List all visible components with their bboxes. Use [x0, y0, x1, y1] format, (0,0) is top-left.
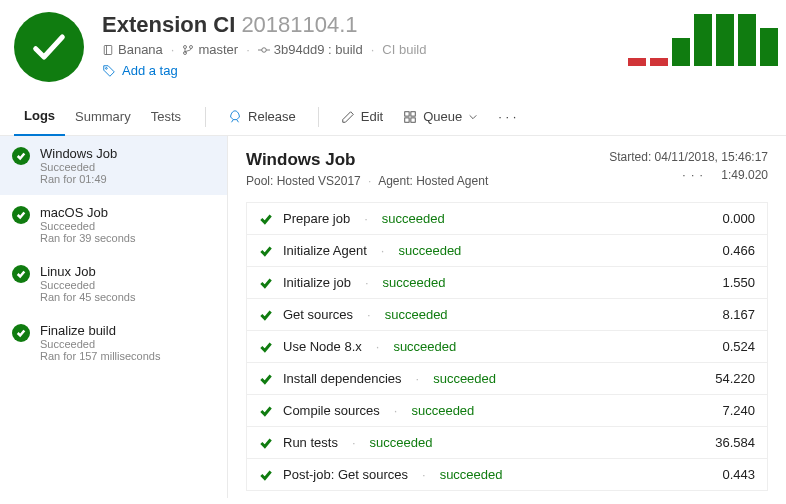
step-name: Run tests — [283, 435, 338, 450]
job-duration: Ran for 39 seconds — [40, 232, 135, 244]
job-detail-pane: Windows Job Pool: Hosted VS2017 · Agent:… — [228, 136, 786, 498]
step-status: succeeded — [440, 467, 503, 482]
commit-hash[interactable]: 3b94dd9 : build — [274, 42, 363, 57]
step-status: succeeded — [383, 275, 446, 290]
step-name: Prepare job — [283, 211, 350, 226]
trend-bar[interactable] — [760, 28, 778, 66]
job-row[interactable]: Linux JobSucceededRan for 45 seconds — [0, 254, 227, 313]
job-name: Windows Job — [40, 146, 117, 161]
branch-icon — [182, 44, 194, 56]
job-row[interactable]: Finalize buildSucceededRan for 157 milli… — [0, 313, 227, 372]
release-button[interactable]: Release — [220, 103, 304, 131]
step-status: succeeded — [385, 307, 448, 322]
trend-bar[interactable] — [628, 58, 646, 66]
tag-icon — [102, 64, 116, 78]
step-duration: 0.524 — [722, 339, 755, 354]
ellipsis-icon: · · · — [498, 109, 516, 124]
started-value: 04/11/2018, 15:46:17 — [655, 150, 768, 164]
pool-value[interactable]: Hosted VS2017 — [277, 174, 361, 188]
tab-tests[interactable]: Tests — [141, 98, 191, 136]
job-name: Linux Job — [40, 264, 135, 279]
tab-summary[interactable]: Summary — [65, 98, 141, 136]
edit-label: Edit — [361, 109, 383, 124]
job-status: Succeeded — [40, 220, 135, 232]
job-name: Finalize build — [40, 323, 160, 338]
step-row[interactable]: Install dependencies·succeeded54.220 — [247, 363, 767, 395]
repo-name[interactable]: Banana — [118, 42, 163, 57]
trend-bar[interactable] — [650, 58, 668, 66]
svg-rect-0 — [104, 45, 112, 54]
job-duration: Ran for 01:49 — [40, 173, 117, 185]
check-icon — [259, 340, 273, 354]
check-icon — [259, 468, 273, 482]
success-icon — [12, 147, 30, 165]
step-duration: 36.584 — [715, 435, 755, 450]
step-status: succeeded — [382, 211, 445, 226]
step-row[interactable]: Run tests·succeeded36.584 — [247, 427, 767, 459]
step-row[interactable]: Prepare job·succeeded0.000 — [247, 203, 767, 235]
step-duration: 0.466 — [722, 243, 755, 258]
job-title: Windows Job — [246, 150, 488, 170]
jobs-sidebar: Windows JobSucceededRan for 01:49macOS J… — [0, 136, 228, 498]
trend-bar[interactable] — [738, 14, 756, 66]
check-icon — [259, 212, 273, 226]
job-meta: Pool: Hosted VS2017 · Agent: Hosted Agen… — [246, 174, 488, 188]
svg-rect-11 — [405, 117, 409, 121]
toolbar-separator — [318, 107, 319, 127]
more-actions-button[interactable]: · · · — [490, 103, 524, 131]
check-icon — [259, 436, 273, 450]
tab-bar: LogsSummaryTests — [14, 98, 191, 136]
check-icon — [259, 308, 273, 322]
svg-point-4 — [190, 45, 193, 48]
build-reason: CI build — [382, 42, 426, 57]
svg-rect-9 — [405, 111, 409, 115]
trend-bar[interactable] — [694, 14, 712, 66]
tab-logs[interactable]: Logs — [14, 98, 65, 136]
pencil-icon — [341, 110, 355, 124]
svg-rect-12 — [411, 117, 415, 121]
check-icon — [259, 372, 273, 386]
svg-point-5 — [262, 47, 267, 52]
job-more-button[interactable]: · · · — [682, 168, 718, 182]
job-duration: Ran for 45 seconds — [40, 291, 135, 303]
started-label: Started: — [609, 150, 651, 164]
step-row[interactable]: Compile sources·succeeded7.240 — [247, 395, 767, 427]
step-name: Compile sources — [283, 403, 380, 418]
job-status: Succeeded — [40, 279, 135, 291]
trend-chart — [628, 8, 778, 66]
trend-bar[interactable] — [716, 14, 734, 66]
queue-label: Queue — [423, 109, 462, 124]
queue-button[interactable]: Queue — [395, 103, 486, 131]
job-row[interactable]: macOS JobSucceededRan for 39 seconds — [0, 195, 227, 254]
step-row[interactable]: Use Node 8.x·succeeded0.524 — [247, 331, 767, 363]
step-row[interactable]: Get sources·succeeded8.167 — [247, 299, 767, 331]
definition-name: Extension CI — [102, 12, 235, 37]
step-status: succeeded — [370, 435, 433, 450]
agent-value[interactable]: Hosted Agent — [416, 174, 488, 188]
job-duration: Ran for 157 milliseconds — [40, 350, 160, 362]
step-name: Install dependencies — [283, 371, 402, 386]
step-duration: 0.443 — [722, 467, 755, 482]
edit-button[interactable]: Edit — [333, 103, 391, 131]
step-row[interactable]: Post-job: Get sources·succeeded0.443 — [247, 459, 767, 491]
success-icon — [12, 265, 30, 283]
build-header: Extension CI 20181104.1 Banana · master … — [0, 0, 786, 82]
trend-bar[interactable] — [672, 38, 690, 66]
pool-label: Pool: — [246, 174, 273, 188]
step-status: succeeded — [433, 371, 496, 386]
build-status-icon — [14, 12, 84, 82]
job-row[interactable]: Windows JobSucceededRan for 01:49 — [0, 136, 227, 195]
toolbar: LogsSummaryTests Release Edit Queue · · … — [0, 98, 786, 136]
step-row[interactable]: Initialize Agent·succeeded0.466 — [247, 235, 767, 267]
check-icon — [29, 27, 69, 67]
step-duration: 8.167 — [722, 307, 755, 322]
step-duration: 7.240 — [722, 403, 755, 418]
step-status: succeeded — [411, 403, 474, 418]
add-tag-label: Add a tag — [122, 63, 178, 78]
job-name: macOS Job — [40, 205, 135, 220]
step-duration: 0.000 — [722, 211, 755, 226]
step-row[interactable]: Initialize job·succeeded1.550 — [247, 267, 767, 299]
job-duration: 1:49.020 — [721, 168, 768, 182]
branch-name[interactable]: master — [198, 42, 238, 57]
repo-icon — [102, 44, 114, 56]
